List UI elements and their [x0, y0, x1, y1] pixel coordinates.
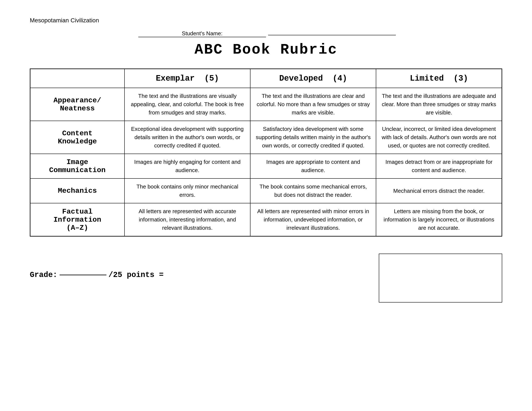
limited-cell-2: Images detract from or are inappropriate… — [376, 154, 502, 178]
col-header-limited: Limited (3) — [376, 69, 502, 88]
grade-line: Grade: /25 points = — [30, 271, 164, 279]
criteria-cell-4: FactualInformation(A–Z) — [30, 203, 124, 236]
developed-cell-2: Images are appropriate to content and au… — [250, 154, 376, 178]
table-row: ImageCommunicationImages are highly enga… — [30, 154, 502, 178]
limited-cell-1: Unclear, incorrect, or limited idea deve… — [376, 121, 502, 154]
table-row: MechanicsThe book contains only minor me… — [30, 178, 502, 203]
criteria-cell-3: Mechanics — [30, 178, 124, 203]
developed-cell-3: The book contains some mechanical errors… — [250, 178, 376, 203]
table-row: Appearance/NeatnessThe text and the illu… — [30, 88, 502, 121]
developed-cell-4: All letters are represented with minor e… — [250, 203, 376, 236]
student-name-label: Student's Name: — [138, 30, 266, 37]
exemplar-cell-3: The book contains only minor mechanical … — [124, 178, 250, 203]
bottom-section: Grade: /25 points = — [30, 253, 502, 302]
grade-underline — [60, 275, 106, 275]
table-header-row: Exemplar (5) Developed (4) Limited (3) — [30, 69, 502, 88]
limited-cell-0: The text and the illustrations are adequ… — [376, 88, 502, 121]
criteria-cell-1: ContentKnowledge — [30, 121, 124, 154]
col-header-criteria — [30, 69, 124, 88]
grade-label: Grade: — [30, 271, 57, 279]
grade-suffix: /25 points = — [109, 271, 164, 279]
limited-cell-3: Mechanical errors distract the reader. — [376, 178, 502, 203]
exemplar-cell-4: All letters are represented with accurat… — [124, 203, 250, 236]
page-title: ABC Book Rubric — [30, 41, 502, 58]
limited-cell-4: Letters are missing from the book, or in… — [376, 203, 502, 236]
table-row: ContentKnowledgeExceptional idea develop… — [30, 121, 502, 154]
exemplar-cell-1: Exceptional idea development with suppor… — [124, 121, 250, 154]
col-header-developed: Developed (4) — [250, 69, 376, 88]
col-header-exemplar: Exemplar (5) — [124, 69, 250, 88]
score-box — [379, 253, 502, 302]
student-name-line — [268, 35, 396, 35]
student-name-row: Student's Name: — [30, 30, 502, 37]
exemplar-cell-2: Images are highly engaging for content a… — [124, 154, 250, 178]
developed-cell-1: Satisfactory idea development with some … — [250, 121, 376, 154]
table-row: FactualInformation(A–Z)All letters are r… — [30, 203, 502, 236]
criteria-cell-2: ImageCommunication — [30, 154, 124, 178]
criteria-cell-0: Appearance/Neatness — [30, 88, 124, 121]
rubric-table: Exemplar (5) Developed (4) Limited (3) A… — [30, 68, 502, 237]
subject-label: Mesopotamian Civilization — [30, 17, 502, 24]
developed-cell-0: The text and the illustrations are clear… — [250, 88, 376, 121]
exemplar-cell-0: The text and the illustrations are visua… — [124, 88, 250, 121]
